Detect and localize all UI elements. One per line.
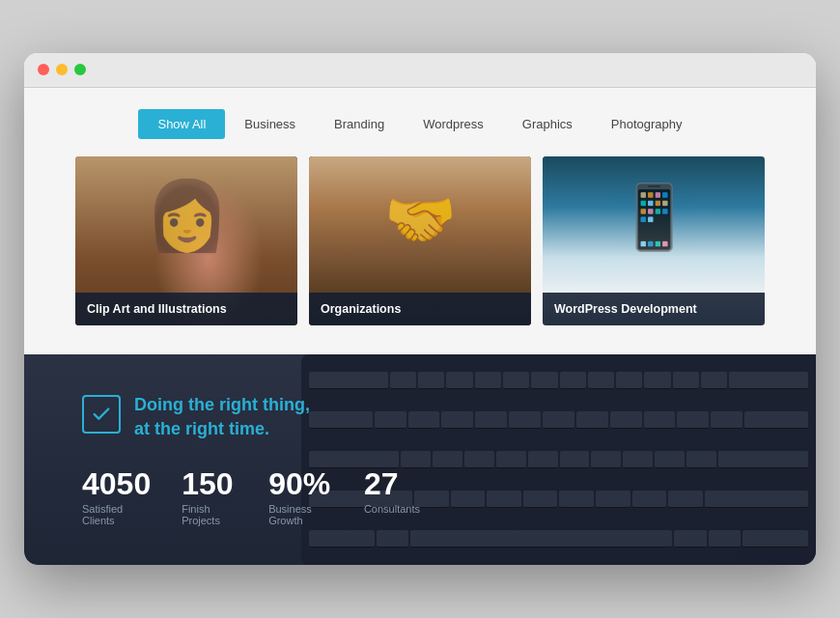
- portfolio-grid: Clip Art and Illustrations Organizations…: [24, 156, 816, 354]
- filter-bar: Show All Business Branding Wordpress Gra…: [24, 88, 816, 156]
- filter-show-all[interactable]: Show All: [138, 109, 225, 139]
- portfolio-card-1[interactable]: Clip Art and Illustrations: [75, 156, 297, 325]
- tagline-line1: Doing the right thing,: [134, 393, 310, 417]
- tagline-line2: at the right time.: [134, 417, 310, 441]
- tagline-text: Doing the right thing, at the right time…: [134, 393, 310, 441]
- check-icon: [82, 395, 121, 434]
- minimize-dot[interactable]: [56, 64, 68, 75]
- maximize-dot[interactable]: [74, 64, 86, 75]
- browser-window: Show All Business Branding Wordpress Gra…: [24, 53, 816, 565]
- stat-growth-number: 90%: [268, 468, 333, 499]
- stats-row: 4050 Satisfied Clients 150 Finish Projec…: [82, 468, 420, 526]
- stat-growth-label: Business Growth: [268, 503, 333, 526]
- stat-clients-number: 4050: [82, 468, 151, 499]
- browser-titlebar: [24, 53, 816, 88]
- stat-projects: 150 Finish Projects: [182, 468, 238, 526]
- stat-clients-label: Satisfied Clients: [82, 503, 151, 526]
- stats-section: Doing the right thing, at the right time…: [24, 354, 816, 565]
- filter-photography[interactable]: Photography: [592, 109, 702, 139]
- filter-wordpress[interactable]: Wordpress: [404, 109, 503, 139]
- tagline-container: Doing the right thing, at the right time…: [82, 393, 420, 441]
- stat-growth: 90% Business Growth: [268, 468, 333, 526]
- filter-business[interactable]: Business: [225, 109, 315, 139]
- filter-branding[interactable]: Branding: [315, 109, 404, 139]
- browser-content: Show All Business Branding Wordpress Gra…: [24, 88, 816, 565]
- filter-graphics[interactable]: Graphics: [503, 109, 592, 139]
- stat-projects-number: 150: [182, 468, 238, 499]
- stat-clients: 4050 Satisfied Clients: [82, 468, 151, 526]
- stat-consultants-number: 27: [364, 468, 420, 499]
- portfolio-card-2[interactable]: Organizations: [309, 156, 531, 325]
- close-dot[interactable]: [38, 64, 49, 75]
- portfolio-card-3[interactable]: WordPress Development: [543, 156, 765, 325]
- stat-consultants-label: Consultants: [364, 503, 420, 515]
- stat-projects-label: Finish Projects: [182, 503, 238, 526]
- stat-consultants: 27 Consultants: [364, 468, 420, 526]
- card-caption-1: Clip Art and Illustrations: [75, 293, 297, 325]
- card-caption-3: WordPress Development: [543, 293, 765, 325]
- stats-left-panel: Doing the right thing, at the right time…: [82, 393, 420, 526]
- card-caption-2: Organizations: [309, 293, 531, 325]
